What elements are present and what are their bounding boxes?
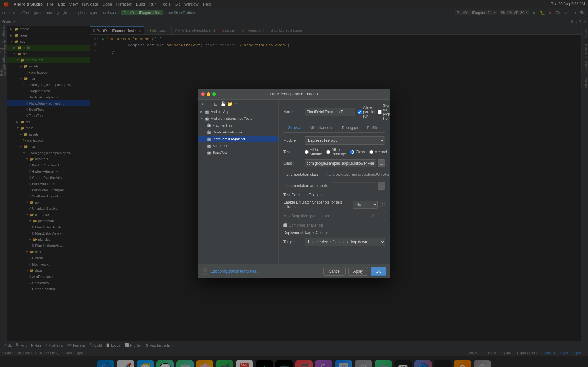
dialog-body: + − ⊞ 💾 📁 ≡ ▶ 🤖 Android App ▼ 🤖 Android … [198, 100, 390, 264]
class-input[interactable] [305, 159, 376, 167]
compress-snapshots-checkbox[interactable]: Compress snapshots [283, 223, 324, 227]
dtree-toasttest[interactable]: 🤖 ToastTest [198, 149, 278, 156]
android-instrumented-icon: 🤖 [205, 116, 209, 121]
dtree-scrolltest[interactable]: 🤖 ScrollTest [198, 142, 278, 149]
radio-class[interactable]: Class [350, 150, 365, 154]
name-input[interactable] [305, 108, 355, 116]
class-row: Class: ... [283, 159, 385, 167]
class-input-container: ... [305, 159, 385, 167]
dialog-overlay: Run/Debug Configurations + − ⊞ 💾 📁 ≡ ▶ 🤖 [0, 0, 588, 367]
test-execution-section: Test Execution Options Enable Emulator S… [283, 193, 385, 227]
test-radio-group: All in Module All in Package Class [305, 148, 387, 156]
config-icon: 🤖 [207, 144, 211, 148]
test-execution-label: Test Execution Options [283, 193, 385, 197]
max-snapshots-row: Max Snapshots per test run: [283, 212, 385, 220]
radio-all-in-package[interactable]: All in Package [326, 148, 346, 156]
tab-general[interactable]: General [283, 124, 305, 132]
store-as-project-label: Store as project file [383, 103, 390, 121]
dialog-close-button[interactable] [201, 92, 205, 96]
config-icon: 🤖 [207, 130, 211, 134]
allow-parallel-checkbox[interactable]: Allow parallel run [358, 106, 375, 119]
config-icon: 🤖 [207, 137, 211, 141]
module-label: Module: [283, 138, 302, 143]
dtree-android-instrumented[interactable]: ▼ 🤖 Android Instrumented Tests [198, 115, 278, 122]
folder-config-button[interactable]: 📁 [226, 101, 233, 107]
dialog-title: Run/Debug Configurations [270, 92, 318, 96]
footer-left: ? Edit configuration templates... [202, 268, 259, 275]
max-snapshots-label: Max Snapshots per test run: [283, 214, 367, 218]
module-select[interactable]: EspressoTest.app [305, 136, 385, 145]
target-control: Use the device/snapshot drop down Select… [305, 238, 385, 246]
compress-snapshots-row: Compress snapshots [283, 223, 385, 227]
help-button[interactable]: ? [202, 268, 208, 275]
ok-button[interactable]: OK [371, 267, 386, 276]
radio-method[interactable]: Method [369, 150, 387, 154]
dialog-footer: ? Edit configuration templates... Cancel… [198, 264, 390, 278]
instrumentation-class-value: androidx.test.runner.AndroidJUnitRunner [326, 171, 390, 178]
save-config-button[interactable]: 💾 [220, 101, 226, 107]
instrumentation-args-value [331, 182, 376, 189]
compress-label: Compress snapshots [289, 223, 324, 227]
radio-all-in-module[interactable]: All in Module [305, 148, 322, 156]
tab-miscellaneous[interactable]: Miscellaneous [305, 124, 338, 132]
allow-parallel-check[interactable] [358, 110, 362, 114]
dialog-window-controls [201, 92, 216, 96]
class-browse-button[interactable]: ... [378, 159, 385, 167]
dialog-maximize-button[interactable] [212, 92, 216, 96]
class-label: Class: [283, 161, 302, 166]
dialog-left-panel: + − ⊞ 💾 📁 ≡ ▶ 🤖 Android App ▼ 🤖 Android … [198, 100, 279, 264]
snapshots-select[interactable]: No Yes [353, 201, 378, 209]
cancel-button[interactable]: Cancel [323, 267, 345, 276]
target-select[interactable]: Use the device/snapshot drop down Select… [305, 238, 385, 246]
name-label: Name: [283, 110, 302, 114]
deployment-label: Deployment Target Options [283, 231, 385, 235]
tab-debugger[interactable]: Debugger [338, 124, 363, 132]
footer-right: Cancel Apply OK [323, 267, 386, 276]
config-icon: 🤖 [207, 150, 211, 155]
copy-config-button[interactable]: ⊞ [213, 101, 219, 107]
sort-config-button[interactable]: ≡ [233, 101, 239, 107]
compress-check [283, 223, 287, 227]
test-row: Test: All in Module All in Package Cl [283, 148, 385, 156]
module-row: Module: EspressoTest.app [283, 136, 385, 145]
snapshots-row: Enable Emulator Snapshots for test failu… [283, 200, 385, 209]
add-config-button[interactable]: + [199, 101, 205, 107]
max-snapshots-input [370, 212, 385, 220]
instrumentation-class-row: Instrumentation class: androidx.test.run… [283, 171, 385, 179]
instrumentation-args-label: Instrumentation arguments: [283, 184, 329, 188]
dialog-left-toolbar: + − ⊞ 💾 📁 ≡ [198, 100, 278, 108]
dialog-minimize-button[interactable] [207, 92, 210, 96]
apply-button[interactable]: Apply [348, 267, 368, 276]
dtree-gardenactivityjava[interactable]: 🤖 GardenActivityJava [198, 129, 278, 136]
edit-templates-link[interactable]: Edit configuration templates... [210, 269, 259, 274]
instrumentation-args-browse-button[interactable]: ... [378, 182, 385, 190]
dialog-titlebar: Run/Debug Configurations [198, 89, 390, 100]
store-as-project-check[interactable] [378, 110, 382, 114]
target-row: Target: Use the device/snapshot drop dow… [283, 238, 385, 246]
dtree-fragmenttest[interactable]: 🤖 FragmentTest [198, 122, 278, 129]
instrumentation-class-container: androidx.test.runner.AndroidJUnitRunner … [326, 171, 390, 179]
config-icon: 🤖 [207, 123, 211, 127]
run-debug-config-dialog: Run/Debug Configurations + − ⊞ 💾 📁 ≡ ▶ 🤖 [198, 89, 390, 278]
instrumentation-args-row: Instrumentation arguments: ... [283, 182, 385, 190]
snapshots-control: No Yes ? [353, 201, 385, 209]
snapshots-label: Enable Emulator Snapshots for test failu… [283, 200, 350, 209]
dialog-tabs-row: General Miscellaneous Debugger Profiling [283, 124, 385, 133]
dtree-plantdetailfragmenttest[interactable]: 🤖 PlantDetailFragmentT... [198, 136, 278, 142]
deployment-section: Deployment Target Options Target: Use th… [283, 231, 385, 246]
snapshots-info-icon[interactable]: ? [380, 202, 385, 207]
remove-config-button[interactable]: − [206, 101, 212, 107]
dtree-android-app[interactable]: ▶ 🤖 Android App [198, 108, 278, 115]
target-label: Target: [283, 240, 302, 244]
instrumentation-class-label: Instrumentation class: [283, 172, 324, 177]
android-app-icon: 🤖 [205, 110, 209, 114]
instrumentation-args-container: ... [331, 182, 385, 190]
store-as-project-checkbox[interactable]: Store as project file [378, 103, 390, 121]
dialog-right-panel: Name: Allow parallel run Store as projec… [279, 100, 390, 264]
name-row: Name: Allow parallel run Store as projec… [283, 103, 385, 121]
tab-profiling[interactable]: Profiling [362, 124, 384, 132]
test-label: Test: [283, 150, 302, 154]
